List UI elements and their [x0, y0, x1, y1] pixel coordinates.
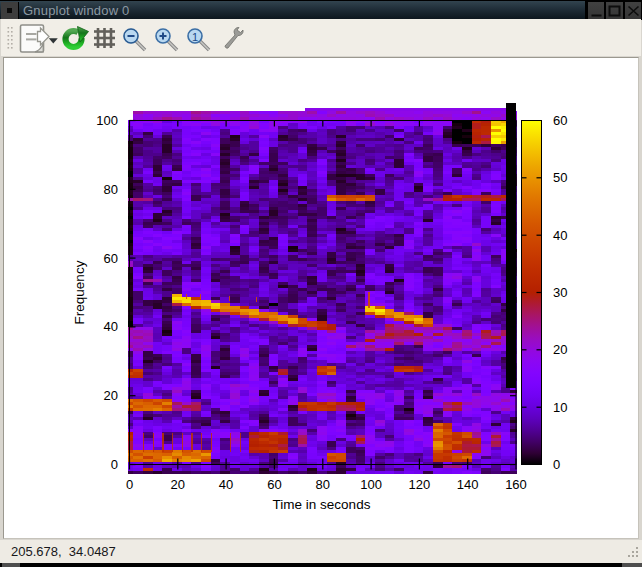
svg-text:60: 60 — [553, 113, 567, 128]
svg-text:50: 50 — [553, 170, 567, 185]
svg-text:0: 0 — [553, 457, 560, 472]
svg-text:80: 80 — [316, 477, 330, 492]
svg-text:100: 100 — [96, 113, 118, 128]
svg-text:140: 140 — [457, 477, 479, 492]
svg-text:Time in seconds: Time in seconds — [273, 497, 371, 512]
svg-text:30: 30 — [553, 285, 567, 300]
svg-text:1: 1 — [192, 31, 198, 43]
svg-text:40: 40 — [219, 477, 233, 492]
svg-text:20: 20 — [553, 342, 567, 357]
svg-text:0: 0 — [111, 457, 118, 472]
svg-text:100: 100 — [360, 477, 382, 492]
svg-text:40: 40 — [553, 228, 567, 243]
svg-text:0: 0 — [126, 477, 133, 492]
svg-text:80: 80 — [104, 182, 118, 197]
svg-text:20: 20 — [104, 388, 118, 403]
svg-text:120: 120 — [409, 477, 431, 492]
svg-text:20: 20 — [171, 477, 185, 492]
svg-text:40: 40 — [104, 319, 118, 334]
svg-text:Frequency: Frequency — [72, 260, 87, 324]
svg-text:60: 60 — [267, 477, 281, 492]
svg-text:160: 160 — [505, 477, 527, 492]
svg-text:60: 60 — [104, 251, 118, 266]
svg-text:10: 10 — [553, 400, 567, 415]
